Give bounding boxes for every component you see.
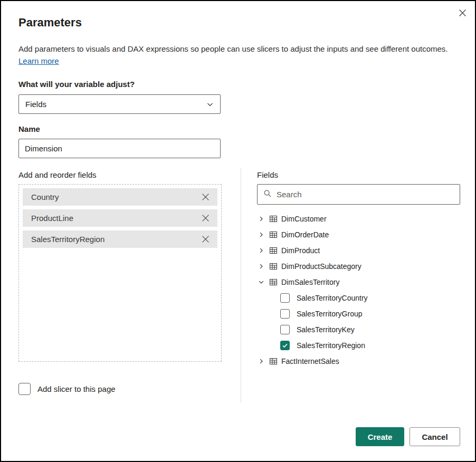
adjust-label: What will your variable adjust? bbox=[18, 80, 135, 89]
remove-field-icon[interactable] bbox=[198, 233, 212, 246]
add-slicer-label: Add slicer to this page bbox=[37, 384, 116, 393]
description-text: Add parameters to visuals and DAX expres… bbox=[18, 44, 448, 53]
dialog-description: Add parameters to visuals and DAX expres… bbox=[18, 43, 448, 67]
table-icon bbox=[269, 230, 278, 239]
checkbox[interactable] bbox=[18, 383, 31, 395]
tree-item-label: DimCustomer bbox=[281, 215, 327, 223]
checkbox[interactable] bbox=[280, 341, 290, 350]
table-icon bbox=[269, 357, 278, 365]
field-item-salesterritorygroup[interactable]: SalesTerritoryGroup bbox=[257, 306, 460, 322]
tree-item-label: DimProductSubcategory bbox=[281, 262, 361, 271]
chevron-right-icon[interactable] bbox=[257, 216, 265, 222]
page-title: Parameters bbox=[18, 16, 82, 30]
table-icon bbox=[269, 215, 278, 223]
chevron-right-icon[interactable] bbox=[257, 263, 265, 270]
remove-field-icon[interactable] bbox=[198, 211, 212, 225]
parameters-dialog: Parameters Add parameters to visuals and… bbox=[0, 0, 476, 462]
field-chip-label: ProductLine bbox=[31, 214, 73, 223]
name-input[interactable] bbox=[18, 139, 221, 158]
adjust-dropdown[interactable]: Fields bbox=[18, 94, 221, 114]
field-chip-label: SalesTerritoryRegion bbox=[31, 235, 104, 244]
fields-search[interactable] bbox=[257, 184, 460, 205]
field-reorder-area: Country ProductLine SalesTerritoryRegion bbox=[18, 184, 222, 362]
checkbox[interactable] bbox=[280, 293, 290, 303]
tree-item-label: DimProduct bbox=[281, 246, 320, 255]
field-item-salesterritoryregion[interactable]: SalesTerritoryRegion bbox=[257, 338, 460, 353]
tree-item-label: DimSalesTerritory bbox=[281, 278, 339, 286]
chevron-right-icon[interactable] bbox=[257, 232, 265, 238]
learn-more-link[interactable]: Learn more bbox=[18, 56, 59, 65]
add-slicer-checkbox-row[interactable]: Add slicer to this page bbox=[18, 383, 116, 395]
field-item-label: SalesTerritoryGroup bbox=[297, 310, 363, 318]
table-icon bbox=[269, 246, 278, 255]
tree-item-label: DimOrderDate bbox=[281, 230, 329, 239]
fields-panel-label: Fields bbox=[257, 170, 278, 179]
panel-divider bbox=[241, 168, 241, 403]
checkbox[interactable] bbox=[280, 325, 290, 334]
cancel-button[interactable]: Cancel bbox=[410, 427, 460, 446]
fields-tree: DimCustomer DimOrderDate DimProduct DimP… bbox=[257, 211, 460, 369]
chevron-right-icon[interactable] bbox=[257, 247, 265, 254]
checkbox[interactable] bbox=[280, 309, 290, 319]
remove-field-icon[interactable] bbox=[198, 190, 212, 204]
table-icon bbox=[269, 262, 278, 271]
field-chip-country[interactable]: Country bbox=[23, 188, 217, 206]
reorder-label: Add and reorder fields bbox=[18, 170, 97, 179]
field-chip-label: Country bbox=[31, 192, 59, 201]
tree-item-dimsalesterritory[interactable]: DimSalesTerritory bbox=[257, 274, 460, 290]
adjust-dropdown-value: Fields bbox=[25, 100, 46, 109]
tree-item-label: FactInternetSales bbox=[281, 357, 339, 365]
chevron-right-icon[interactable] bbox=[257, 358, 265, 364]
tree-item-dimproductsubcategory[interactable]: DimProductSubcategory bbox=[257, 258, 460, 274]
name-label: Name bbox=[18, 124, 40, 133]
chevron-down-icon[interactable] bbox=[257, 279, 265, 285]
tree-item-dimorderdate[interactable]: DimOrderDate bbox=[257, 227, 460, 243]
field-item-salesterritorykey[interactable]: SalesTerritoryKey bbox=[257, 322, 460, 338]
tree-item-dimcustomer[interactable]: DimCustomer bbox=[257, 211, 460, 227]
close-icon[interactable] bbox=[456, 6, 469, 19]
chevron-down-icon bbox=[206, 101, 214, 108]
field-chip-salesterritoryregion[interactable]: SalesTerritoryRegion bbox=[23, 230, 217, 248]
tree-item-dimproduct[interactable]: DimProduct bbox=[257, 243, 460, 258]
search-icon bbox=[263, 189, 272, 200]
field-item-label: SalesTerritoryCountry bbox=[297, 294, 368, 302]
field-item-label: SalesTerritoryKey bbox=[297, 325, 355, 334]
field-item-salesterritorycountry[interactable]: SalesTerritoryCountry bbox=[257, 290, 460, 306]
create-button[interactable]: Create bbox=[356, 427, 404, 446]
field-chip-productline[interactable]: ProductLine bbox=[23, 209, 217, 227]
table-icon bbox=[269, 278, 278, 286]
tree-item-factinternetsales[interactable]: FactInternetSales bbox=[257, 353, 460, 369]
search-input[interactable] bbox=[277, 190, 454, 199]
field-item-label: SalesTerritoryRegion bbox=[297, 341, 365, 350]
